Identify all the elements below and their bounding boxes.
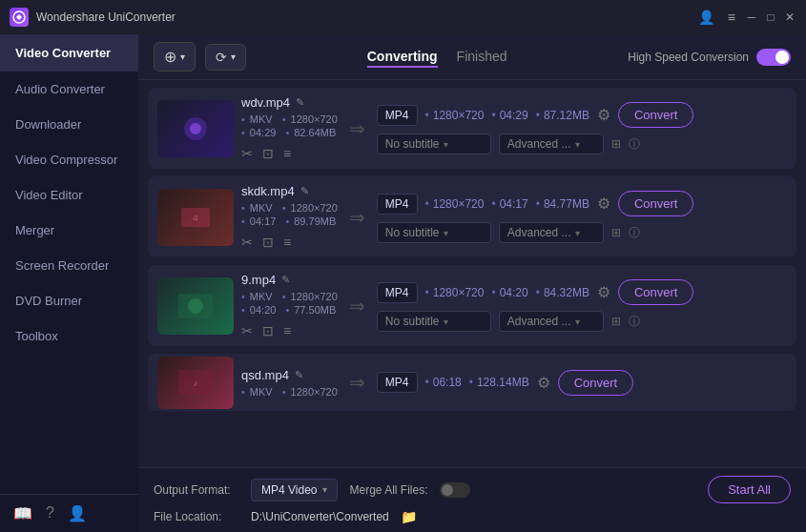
- menu-icon[interactable]: ≡: [724, 10, 739, 25]
- preview-icon-1[interactable]: ⊞: [611, 137, 621, 151]
- convert-button-1[interactable]: Convert: [618, 102, 694, 128]
- sidebar: Video Converter Audio Converter Download…: [0, 34, 138, 532]
- sidebar-item-downloader[interactable]: Downloader: [0, 107, 138, 142]
- spec-format-2: MKV: [241, 202, 273, 214]
- edit-icon-1[interactable]: ✎: [296, 96, 304, 109]
- arrow-icon-1: ⇒: [345, 117, 369, 140]
- tab-converting[interactable]: Converting: [367, 47, 438, 68]
- info-icon-3[interactable]: ⓘ: [629, 314, 640, 330]
- advanced-select-3[interactable]: Advanced ... ▾: [499, 311, 604, 332]
- spec-row-4a: MKV 1280×720: [241, 386, 338, 398]
- out-res-1: 1280×720: [425, 109, 485, 122]
- start-all-button[interactable]: Start All: [708, 476, 791, 503]
- convert-button-2[interactable]: Convert: [618, 191, 694, 216]
- edit-icon-2[interactable]: ✎: [300, 185, 309, 197]
- chevron-down-icon2: ▾: [231, 51, 236, 62]
- file-meta-left-4: qsd.mp4 ✎ MKV 1280×720: [241, 368, 338, 398]
- file-specs-1: MKV 1280×720 04:29 82.64MB: [241, 113, 338, 138]
- sidebar-item-video-converter[interactable]: Video Converter: [0, 34, 138, 72]
- effects-icon-3[interactable]: ≡: [283, 323, 291, 338]
- add-file-button[interactable]: ⊕ ▾: [154, 42, 196, 72]
- titlebar: Wondershare UniConverter 👤 ≡ ─ □ ✕: [0, 0, 806, 34]
- file-thumbnail-3: [157, 277, 234, 335]
- footer-row-2: File Location: D:\UniConverter\Converted…: [154, 509, 791, 524]
- merge-label: Merge All Files:: [349, 483, 427, 497]
- high-speed-toggle[interactable]: [756, 49, 791, 66]
- subtitle-select-2[interactable]: No subtitle ▾: [377, 222, 491, 243]
- output-bottom-3: No subtitle ▾ Advanced ... ▾ ⊞ ⓘ: [377, 311, 787, 332]
- tab-finished[interactable]: Finished: [457, 47, 507, 68]
- out-dur-2: 04:17: [491, 197, 527, 211]
- edit-icon-4[interactable]: ✎: [295, 369, 303, 381]
- file-specs-4: MKV 1280×720: [241, 386, 338, 398]
- spec-row-3a: MKV 1280×720: [241, 291, 338, 302]
- output-format-select[interactable]: MP4 Video ▾: [251, 479, 338, 501]
- cut-icon-2[interactable]: ✂: [241, 235, 253, 250]
- out-res-3: 1280×720: [425, 286, 485, 299]
- info-icon-2[interactable]: ⓘ: [629, 225, 640, 241]
- file-meta-left-2: skdk.mp4 ✎ MKV 1280×720 04:17 89.79MB: [241, 184, 338, 250]
- profile-icon[interactable]: 👤: [694, 10, 718, 25]
- spec-row-1b: 04:29 82.64MB: [241, 127, 338, 138]
- info-icon-1[interactable]: ⓘ: [629, 136, 640, 153]
- close-button[interactable]: ✕: [783, 10, 796, 24]
- spec-size-3: 77.50MB: [285, 304, 336, 316]
- preview-icon-3[interactable]: ⊞: [611, 315, 621, 328]
- merge-toggle[interactable]: [440, 482, 470, 498]
- preview-icon-2[interactable]: ⊞: [611, 226, 621, 239]
- add-icon: ⊕: [164, 48, 176, 66]
- edit-icon-3[interactable]: ✎: [281, 274, 290, 286]
- cut-icon-3[interactable]: ✂: [241, 323, 253, 338]
- output-top-1: MP4 1280×720 04:29 87.12MB ⚙ Convert: [377, 102, 787, 128]
- refresh-button[interactable]: ⟳ ▾: [205, 44, 246, 71]
- sidebar-item-merger[interactable]: Merger: [0, 213, 138, 248]
- sidebar-item-toolbox[interactable]: Toolbox: [0, 318, 138, 354]
- file-meta-top-1: wdv.mp4 ✎: [241, 95, 338, 110]
- file-thumbnail-2: ♫: [157, 189, 234, 246]
- high-speed-label: High Speed Conversion: [628, 51, 749, 64]
- out-format-1: MP4: [377, 105, 418, 126]
- out-dur-1: 04:29: [491, 109, 527, 122]
- file-thumbnail-4: ♪: [157, 357, 234, 409]
- settings-icon-2[interactable]: ⚙: [597, 194, 610, 213]
- advanced-select-1[interactable]: Advanced ... ▾: [499, 133, 604, 154]
- sidebar-item-audio-converter[interactable]: Audio Converter: [0, 72, 138, 107]
- out-res-2: 1280×720: [425, 197, 485, 211]
- sidebar-item-screen-recorder[interactable]: Screen Recorder: [0, 248, 138, 283]
- file-list: wdv.mp4 ✎ MKV 1280×720 04:29 82.64MB: [138, 80, 806, 467]
- settings-icon-1[interactable]: ⚙: [597, 106, 610, 124]
- sidebar-item-dvd-burner[interactable]: DVD Burner: [0, 283, 138, 318]
- advanced-label-1: Advanced ...: [507, 137, 571, 151]
- subtitle-label-1: No subtitle: [385, 137, 440, 151]
- convert-button-3[interactable]: Convert: [618, 279, 694, 305]
- spec-row-2b: 04:17 89.79MB: [241, 215, 338, 227]
- crop-icon-3[interactable]: ⊡: [262, 323, 274, 338]
- file-meta-left-3: 9.mp4 ✎ MKV 1280×720 04:20 77.50MB: [241, 273, 338, 338]
- svg-point-2: [190, 123, 201, 134]
- effects-icon-1[interactable]: ≡: [283, 146, 291, 161]
- crop-icon-2[interactable]: ⊡: [262, 235, 274, 250]
- cut-icon-1[interactable]: ✂: [241, 146, 253, 161]
- subtitle-select-1[interactable]: No subtitle ▾: [377, 133, 491, 154]
- crop-icon-1[interactable]: ⊡: [262, 146, 274, 161]
- file-output-1: MP4 1280×720 04:29 87.12MB ⚙ Convert No …: [377, 102, 787, 154]
- convert-button-4[interactable]: Convert: [558, 370, 634, 396]
- spec-row-1a: MKV 1280×720: [241, 113, 338, 125]
- maximize-button[interactable]: □: [764, 10, 777, 24]
- effects-icon-2[interactable]: ≡: [283, 235, 291, 250]
- folder-icon[interactable]: 📁: [401, 509, 417, 524]
- file-name-4: qsd.mp4: [241, 368, 289, 382]
- sidebar-item-video-compressor[interactable]: Video Compressor: [0, 142, 138, 177]
- book-icon[interactable]: 📖: [13, 504, 32, 522]
- chevron-subtitle-2: ▾: [444, 228, 448, 238]
- settings-icon-4[interactable]: ⚙: [537, 374, 550, 392]
- settings-icon-3[interactable]: ⚙: [597, 283, 610, 301]
- minimize-button[interactable]: ─: [745, 10, 758, 24]
- out-size-3: 84.32MB: [536, 286, 589, 299]
- user-icon[interactable]: 👤: [68, 504, 87, 522]
- sidebar-item-video-editor[interactable]: Video Editor: [0, 177, 138, 213]
- subtitle-select-3[interactable]: No subtitle ▾: [377, 311, 491, 332]
- chevron-subtitle-3: ▾: [444, 317, 448, 327]
- advanced-select-2[interactable]: Advanced ... ▾: [499, 222, 604, 243]
- help-icon[interactable]: ?: [46, 504, 54, 522]
